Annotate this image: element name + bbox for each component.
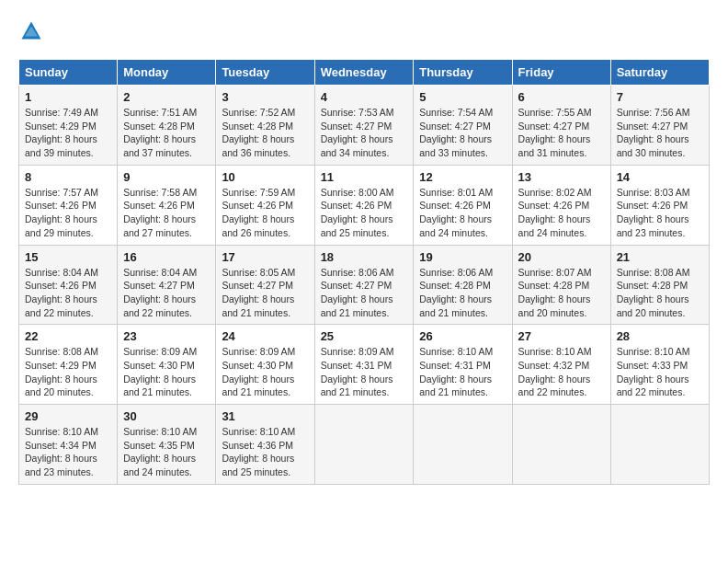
calendar-cell [610,405,709,485]
day-number: 12 [419,170,506,184]
day-number: 10 [222,170,308,184]
calendar-cell: 7Sunrise: 7:56 AMSunset: 4:27 PMDaylight… [610,86,709,166]
day-number: 13 [518,170,605,184]
calendar-cell: 10Sunrise: 7:59 AMSunset: 4:26 PMDayligh… [216,165,314,245]
day-number: 1 [25,90,111,104]
calendar-cell: 20Sunrise: 8:07 AMSunset: 4:28 PMDayligh… [512,245,610,325]
day-info: Sunrise: 7:56 AMSunset: 4:27 PMDaylight:… [617,106,703,160]
col-header-monday: Monday [118,60,216,86]
col-header-sunday: Sunday [19,60,118,86]
col-header-saturday: Saturday [610,60,709,86]
day-info: Sunrise: 7:55 AMSunset: 4:27 PMDaylight:… [518,106,605,160]
day-number: 19 [419,250,506,264]
calendar-cell: 9Sunrise: 7:58 AMSunset: 4:26 PMDaylight… [118,165,216,245]
calendar-cell: 1Sunrise: 7:49 AMSunset: 4:29 PMDaylight… [19,86,118,166]
day-info: Sunrise: 8:06 AMSunset: 4:27 PMDaylight:… [321,266,408,320]
calendar-table: SundayMondayTuesdayWednesdayThursdayFrid… [18,59,710,485]
day-number: 7 [617,90,703,104]
col-header-thursday: Thursday [414,60,512,86]
calendar-cell: 28Sunrise: 8:10 AMSunset: 4:33 PMDayligh… [610,325,709,405]
day-number: 4 [321,90,408,104]
day-number: 8 [25,170,111,184]
day-info: Sunrise: 7:58 AMSunset: 4:26 PMDaylight:… [123,186,210,240]
calendar-cell: 29Sunrise: 8:10 AMSunset: 4:34 PMDayligh… [19,405,118,485]
day-info: Sunrise: 7:59 AMSunset: 4:26 PMDaylight:… [222,186,308,240]
day-info: Sunrise: 7:57 AMSunset: 4:26 PMDaylight:… [25,186,111,240]
day-info: Sunrise: 8:10 AMSunset: 4:33 PMDaylight:… [617,345,703,399]
calendar-cell: 19Sunrise: 8:06 AMSunset: 4:28 PMDayligh… [414,245,512,325]
calendar-cell: 22Sunrise: 8:08 AMSunset: 4:29 PMDayligh… [19,325,118,405]
day-number: 18 [321,250,408,264]
day-info: Sunrise: 8:06 AMSunset: 4:28 PMDaylight:… [419,266,506,320]
day-number: 22 [25,329,111,343]
day-info: Sunrise: 7:51 AMSunset: 4:28 PMDaylight:… [123,106,210,160]
day-number: 3 [222,90,308,104]
day-number: 21 [617,250,703,264]
day-info: Sunrise: 8:05 AMSunset: 4:27 PMDaylight:… [222,266,308,320]
day-number: 25 [321,329,408,343]
calendar-cell: 24Sunrise: 8:09 AMSunset: 4:30 PMDayligh… [216,325,314,405]
calendar-cell: 4Sunrise: 7:53 AMSunset: 4:27 PMDaylight… [314,86,414,166]
calendar-cell: 2Sunrise: 7:51 AMSunset: 4:28 PMDaylight… [118,86,216,166]
day-number: 26 [419,329,506,343]
col-header-wednesday: Wednesday [314,60,414,86]
calendar-cell: 14Sunrise: 8:03 AMSunset: 4:26 PMDayligh… [610,165,709,245]
day-number: 23 [123,329,210,343]
calendar-cell: 3Sunrise: 7:52 AMSunset: 4:28 PMDaylight… [216,86,314,166]
day-number: 17 [222,250,308,264]
calendar-cell: 12Sunrise: 8:01 AMSunset: 4:26 PMDayligh… [414,165,512,245]
calendar-cell: 17Sunrise: 8:05 AMSunset: 4:27 PMDayligh… [216,245,314,325]
day-number: 29 [25,409,111,423]
calendar-cell: 15Sunrise: 8:04 AMSunset: 4:26 PMDayligh… [19,245,118,325]
calendar-cell [314,405,414,485]
day-info: Sunrise: 8:10 AMSunset: 4:36 PMDaylight:… [222,425,308,479]
day-info: Sunrise: 8:09 AMSunset: 4:31 PMDaylight:… [321,345,408,399]
calendar-cell: 23Sunrise: 8:09 AMSunset: 4:30 PMDayligh… [118,325,216,405]
day-info: Sunrise: 8:04 AMSunset: 4:27 PMDaylight:… [123,266,210,320]
day-number: 31 [222,409,308,423]
calendar-cell [414,405,512,485]
logo [18,18,48,44]
page-header [18,18,710,44]
day-info: Sunrise: 8:02 AMSunset: 4:26 PMDaylight:… [518,186,605,240]
day-number: 5 [419,90,506,104]
logo-icon [18,18,44,44]
day-info: Sunrise: 8:04 AMSunset: 4:26 PMDaylight:… [25,266,111,320]
col-header-tuesday: Tuesday [216,60,314,86]
day-number: 9 [123,170,210,184]
calendar-cell: 13Sunrise: 8:02 AMSunset: 4:26 PMDayligh… [512,165,610,245]
calendar-cell: 6Sunrise: 7:55 AMSunset: 4:27 PMDaylight… [512,86,610,166]
calendar-cell: 30Sunrise: 8:10 AMSunset: 4:35 PMDayligh… [118,405,216,485]
calendar-cell: 18Sunrise: 8:06 AMSunset: 4:27 PMDayligh… [314,245,414,325]
col-header-friday: Friday [512,60,610,86]
day-info: Sunrise: 8:08 AMSunset: 4:29 PMDaylight:… [25,345,111,399]
day-number: 14 [617,170,703,184]
calendar-cell: 8Sunrise: 7:57 AMSunset: 4:26 PMDaylight… [19,165,118,245]
calendar-cell [512,405,610,485]
calendar-cell: 26Sunrise: 8:10 AMSunset: 4:31 PMDayligh… [414,325,512,405]
day-number: 15 [25,250,111,264]
day-info: Sunrise: 8:09 AMSunset: 4:30 PMDaylight:… [222,345,308,399]
day-info: Sunrise: 7:49 AMSunset: 4:29 PMDaylight:… [25,106,111,160]
day-number: 20 [518,250,605,264]
day-number: 28 [617,329,703,343]
day-number: 2 [123,90,210,104]
day-number: 27 [518,329,605,343]
calendar-cell: 27Sunrise: 8:10 AMSunset: 4:32 PMDayligh… [512,325,610,405]
day-info: Sunrise: 8:09 AMSunset: 4:30 PMDaylight:… [123,345,210,399]
calendar-cell: 31Sunrise: 8:10 AMSunset: 4:36 PMDayligh… [216,405,314,485]
calendar-cell: 11Sunrise: 8:00 AMSunset: 4:26 PMDayligh… [314,165,414,245]
day-info: Sunrise: 7:54 AMSunset: 4:27 PMDaylight:… [419,106,506,160]
calendar-cell: 5Sunrise: 7:54 AMSunset: 4:27 PMDaylight… [414,86,512,166]
day-info: Sunrise: 8:10 AMSunset: 4:35 PMDaylight:… [123,425,210,479]
day-info: Sunrise: 8:08 AMSunset: 4:28 PMDaylight:… [617,266,703,320]
day-info: Sunrise: 8:10 AMSunset: 4:31 PMDaylight:… [419,345,506,399]
day-number: 24 [222,329,308,343]
day-info: Sunrise: 8:10 AMSunset: 4:34 PMDaylight:… [25,425,111,479]
calendar-cell: 25Sunrise: 8:09 AMSunset: 4:31 PMDayligh… [314,325,414,405]
day-number: 6 [518,90,605,104]
day-info: Sunrise: 8:03 AMSunset: 4:26 PMDaylight:… [617,186,703,240]
day-info: Sunrise: 8:10 AMSunset: 4:32 PMDaylight:… [518,345,605,399]
day-info: Sunrise: 7:52 AMSunset: 4:28 PMDaylight:… [222,106,308,160]
day-info: Sunrise: 7:53 AMSunset: 4:27 PMDaylight:… [321,106,408,160]
